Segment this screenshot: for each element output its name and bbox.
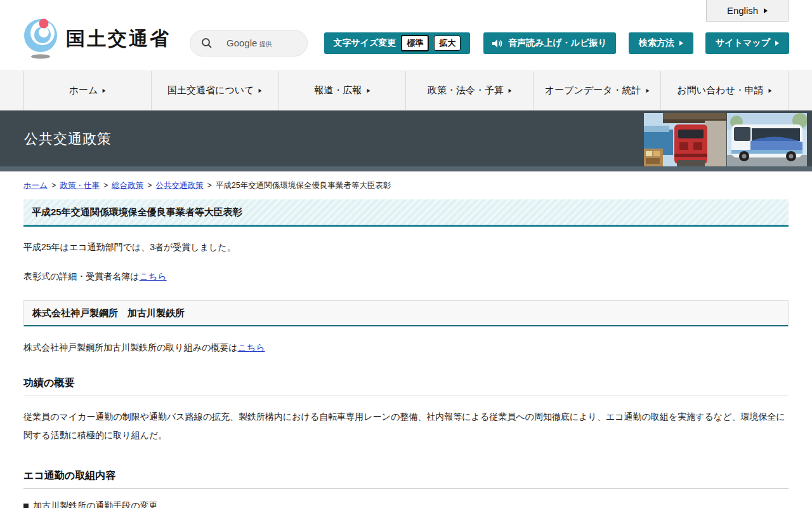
audio-readout-label: 音声読み上げ・ルビ振り [508, 37, 607, 49]
font-large-button[interactable]: 拡大 [434, 36, 461, 51]
eco-commute-heading: エコ通勤の取組内容 [23, 469, 789, 489]
arrow-right-icon [259, 88, 262, 92]
speaker-icon [492, 39, 503, 48]
square-bullet-icon [23, 504, 29, 508]
arrow-right-icon [103, 88, 106, 92]
arrow-right-icon [367, 88, 370, 92]
sitemap-button[interactable]: サイトマップ [705, 32, 789, 54]
breadcrumb-link-home[interactable]: ホーム [23, 181, 48, 190]
arrow-right-icon [768, 88, 771, 92]
breadcrumb-link-general-policy[interactable]: 総合政策 [112, 181, 143, 190]
company-heading: 株式会社神戸製鋼所 加古川製鉄所 [23, 300, 789, 326]
breadcrumb-current: 平成25年交通関係環境保全優良事業者等大臣表彰 [216, 181, 391, 190]
global-nav: ホーム 国土交通省について 報道・広報 政策・法令・予算 オープンデータ・統計 … [0, 70, 812, 110]
arrow-right-icon [775, 41, 779, 46]
page-title: 平成25年交通関係環境保全優良事業者等大臣表彰 [23, 199, 789, 227]
category-title: 公共交通政策 [24, 130, 112, 149]
arrow-right-icon [646, 88, 649, 92]
search-placeholder: Google提供 [226, 37, 272, 49]
achievement-heading: 功績の概要 [23, 377, 789, 396]
search-method-button[interactable]: 検索方法 [629, 32, 693, 54]
font-size-button[interactable]: 文字サイズ変更 標準 拡大 [324, 32, 470, 54]
banner-photo-collage [644, 113, 807, 166]
mlit-logo-icon [23, 18, 60, 60]
logo-title: 国土交通省 [66, 26, 171, 52]
nav-item-home[interactable]: ホーム [23, 71, 151, 110]
company-overview-link[interactable]: こちら [238, 342, 265, 352]
audio-readout-button[interactable]: 音声読み上げ・ルビ振り [483, 32, 616, 54]
banner-bottom-strip [0, 166, 812, 171]
search-method-label: 検索方法 [639, 37, 674, 49]
arrow-right-icon [508, 88, 511, 92]
font-size-label: 文字サイズ変更 [334, 37, 396, 49]
nav-item-opendata[interactable]: オープンデータ・統計 [533, 71, 660, 110]
achievement-body: 従業員のマイカー通勤の制限や通勤バス路線の拡充、製鉄所構内における自転車専用レー… [23, 408, 789, 444]
search-icon [201, 37, 213, 49]
english-label: English [727, 5, 758, 16]
site-header: English 国土交通省 Google提供 文字サイズ変更 標準 拡大 [0, 0, 812, 70]
nav-item-contact[interactable]: お問い合わせ・申請 [660, 71, 789, 110]
breadcrumb-link-policy-work[interactable]: 政策・仕事 [60, 181, 100, 190]
nav-item-press[interactable]: 報道・広報 [278, 71, 406, 110]
list-item: 加古川製鉄所の通勤手段の変更 [23, 500, 789, 508]
nav-item-policy[interactable]: 政策・法令・予算 [405, 71, 533, 110]
banner-photo-bus [727, 113, 807, 166]
arrow-right-icon [764, 8, 768, 13]
award-detail-link[interactable]: こちら [140, 271, 167, 281]
banner-photo-train [644, 113, 726, 166]
english-button[interactable]: English [706, 0, 789, 22]
category-banner: 公共交通政策 [0, 110, 812, 171]
eco-commute-list: 加古川製鉄所の通勤手段の変更 原則マイカー通勤禁止 [23, 500, 789, 508]
company-overview-line: 株式会社神戸製鋼所加古川製鉄所の取り組みの概要はこちら [23, 342, 789, 354]
search-input[interactable]: Google提供 [190, 30, 308, 57]
font-standard-button[interactable]: 標準 [401, 35, 429, 51]
sitemap-label: サイトマップ [716, 37, 770, 49]
arrow-right-icon [679, 41, 683, 46]
main-content: 平成25年交通関係環境保全優良事業者等大臣表彰 平成25年はエコ通勤部門では、3… [23, 199, 789, 508]
breadcrumb-link-public-transport[interactable]: 公共交通政策 [156, 181, 204, 190]
award-detail-line: 表彰式の詳細・受賞者名簿はこちら [23, 271, 789, 283]
nav-item-about[interactable]: 国土交通省について [151, 71, 278, 110]
breadcrumb: ホーム>政策・仕事>総合政策>公共交通政策>平成25年交通関係環境保全優良事業者… [23, 180, 789, 191]
intro-text: 平成25年はエコ通勤部門では、3者が受賞しました。 [23, 242, 789, 253]
mlit-logo[interactable]: 国土交通省 [23, 18, 171, 60]
